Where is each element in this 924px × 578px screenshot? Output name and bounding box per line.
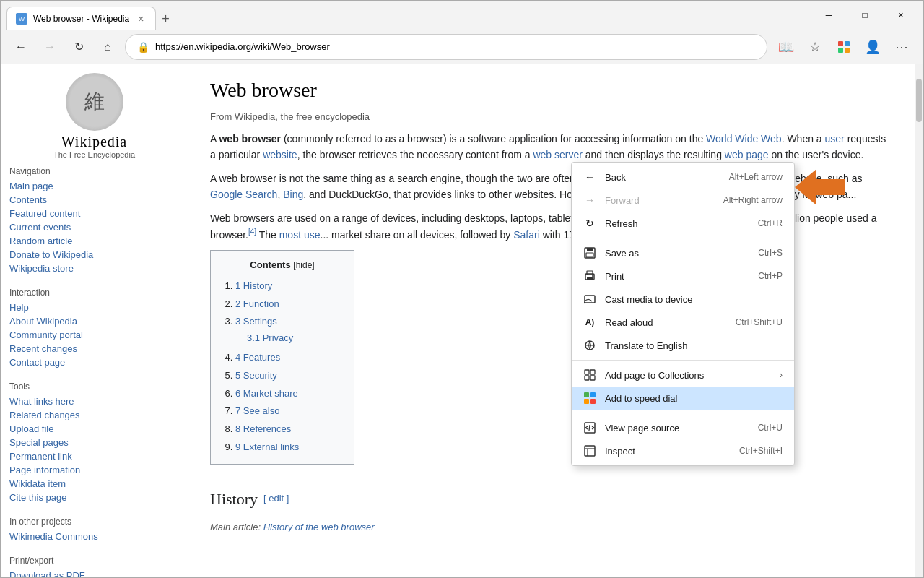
favorites-button[interactable]: ☆ [802,34,828,60]
svg-rect-2 [838,48,843,53]
ctx-item-inspect[interactable]: Inspect Ctrl+Shift+I [572,439,794,462]
sidebar-item-download-pdf[interactable]: Download as PDF [9,569,179,577]
toc-list: 1 History 2 Function 3 Settings 3.1 Priv… [221,277,344,457]
history-edit-link[interactable]: [ edit ] [263,491,289,506]
ctx-item-view-source[interactable]: View page source Ctrl+U [572,416,794,439]
sidebar-item-about[interactable]: About Wikipedia [9,314,179,328]
sidebar-item-what-links-here[interactable]: What links here [9,394,179,408]
scrollbar[interactable] [915,64,923,577]
forward-button[interactable]: → [38,35,61,59]
sidebar-item-special-pages[interactable]: Special pages [9,436,179,449]
svg-rect-15 [590,370,595,374]
sidebar-item-permanent-link[interactable]: Permanent link [9,449,179,463]
more-button[interactable]: ⋯ [889,34,915,60]
toc-link-features[interactable]: 4 Features [235,352,280,363]
ctx-view-source-label: View page source [605,423,749,434]
history-main-article-link[interactable]: History of the web browser [263,522,375,532]
sidebar-item-featured-content[interactable]: Featured content [9,207,179,220]
toc-link-history[interactable]: 1 History [235,280,272,291]
ctx-collections-arrow: › [780,370,783,380]
ctx-item-back[interactable]: ← Back Alt+Left arrow [572,165,794,189]
toc-hide-button[interactable]: [hide] [293,260,314,270]
browser-window: W Web browser - Wikipedia × + ─ □ × ← → … [0,0,924,578]
sidebar-item-wikimedia-commons[interactable]: Wikimedia Commons [9,530,179,543]
tab-favicon: W [16,13,27,25]
ctx-item-print[interactable]: Print Ctrl+P [572,264,794,288]
toc-link-settings[interactable]: 3 Settings [235,316,277,327]
back-button[interactable]: ← [9,35,32,59]
sidebar-item-store[interactable]: Wikipedia store [9,262,179,275]
toc-link-security[interactable]: 5 Security [235,370,277,381]
toc-link-see-also[interactable]: 7 See also [235,405,279,416]
sidebar-item-related-changes[interactable]: Related changes [9,408,179,422]
safari-link[interactable]: Safari [513,229,540,241]
bing-link[interactable]: Bing [283,189,303,200]
ctx-forward-icon: → [583,194,596,207]
ctx-inspect-icon [583,444,596,457]
minimize-button[interactable]: ─ [812,4,845,27]
toc-link-privacy[interactable]: 3.1 Privacy [247,332,293,343]
sidebar-item-contact[interactable]: Contact page [9,355,179,369]
sidebar-item-cite[interactable]: Cite this page [9,491,179,504]
ctx-item-speed-dial[interactable]: Add to speed dial [572,387,794,410]
sidebar-item-donate[interactable]: Donate to Wikipedia [9,248,179,262]
home-button[interactable]: ⌂ [96,35,119,59]
new-tab-button[interactable]: + [156,9,175,30]
url-input[interactable] [155,41,755,52]
collections-button[interactable] [831,34,857,60]
sidebar-item-recent-changes[interactable]: Recent changes [9,342,179,355]
maximize-button[interactable]: □ [848,4,881,27]
window-controls: ─ □ × [812,4,918,27]
ctx-refresh-label: Refresh [605,218,749,229]
sidebar-item-wikidata[interactable]: Wikidata item [9,477,179,491]
ctx-item-translate[interactable]: Translate to English [572,334,794,357]
toc-title: Contents [hide] [221,258,344,273]
toc-link-references[interactable]: 8 References [235,423,291,434]
sidebar-item-main-page[interactable]: Main page [9,179,179,193]
ctx-save-label: Save as [605,248,749,259]
svg-rect-11 [585,296,595,303]
address-bar[interactable]: 🔒 [125,34,767,60]
sidebar-divider-1 [9,280,179,280]
profile-button[interactable]: 👤 [860,34,886,60]
ctx-view-source-icon [583,421,596,434]
ctx-item-cast[interactable]: Cast media to device [572,288,794,311]
sidebar-item-page-information[interactable]: Page information [9,463,179,477]
context-menu[interactable]: ← Back Alt+Left arrow → Forward Alt+Righ… [571,162,795,466]
user-link[interactable]: user [825,133,845,144]
website-link[interactable]: website [263,149,297,160]
ctx-item-collections[interactable]: Add page to Collections › [572,363,794,387]
ctx-item-refresh[interactable]: ↻ Refresh Ctrl+R [572,212,794,235]
ctx-item-save-as[interactable]: Save as Ctrl+S [572,241,794,264]
toc-item-see-also: 7 See also [235,402,344,420]
close-button[interactable]: × [884,4,918,27]
title-bar: W Web browser - Wikipedia × + ─ □ × [1,1,923,30]
sidebar-divider-4 [9,548,179,548]
view-source-icon-svg [584,422,596,434]
sidebar-item-random-article[interactable]: Random article [9,234,179,248]
world-wide-web-link[interactable]: World Wide Web [706,133,782,144]
ctx-refresh-shortcut: Ctrl+R [758,218,783,228]
sidebar-item-community-portal[interactable]: Community portal [9,328,179,342]
tab-close-button[interactable]: × [135,12,147,26]
sidebar-item-upload-file[interactable]: Upload file [9,422,179,436]
read-aloud-icon-button[interactable]: 📖 [773,34,799,60]
ctx-item-read-aloud[interactable]: A) Read aloud Ctrl+Shift+U [572,311,794,334]
sidebar-item-contents[interactable]: Contents [9,193,179,207]
ctx-item-forward[interactable]: → Forward Alt+Right arrow [572,189,794,212]
refresh-button[interactable]: ↻ [67,35,90,59]
toc-link-market-share[interactable]: 6 Market share [235,388,298,399]
web-page-link[interactable]: web page [725,149,769,160]
toc-link-function[interactable]: 2 Function [235,298,279,309]
other-projects-section-title: In other projects [9,517,179,527]
ctx-cast-icon [583,293,596,306]
scrollbar-thumb[interactable] [916,79,922,122]
most-used-link[interactable]: most use [279,229,321,241]
sidebar-item-current-events[interactable]: Current events [9,220,179,234]
toc-link-external-links[interactable]: 9 External links [235,441,299,452]
google-link[interactable]: Google Search [210,189,277,200]
web-server-link[interactable]: web server [533,149,582,160]
active-tab[interactable]: W Web browser - Wikipedia × [6,7,156,30]
sidebar-item-help[interactable]: Help [9,301,179,314]
wiki-content: Web browser From Wikipedia, the free enc… [188,64,915,577]
